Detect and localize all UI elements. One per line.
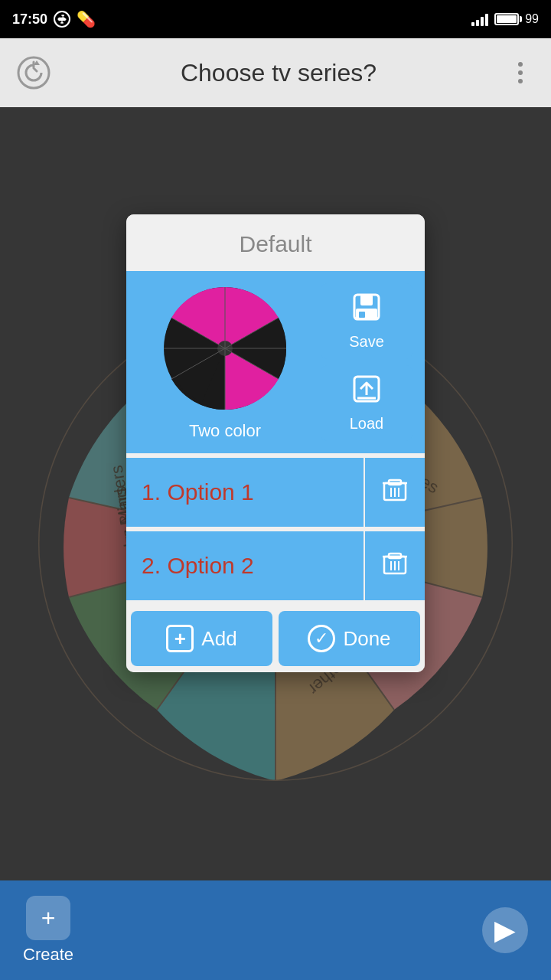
- done-label: Done: [343, 627, 390, 651]
- delete-option-1-button[interactable]: [364, 458, 425, 527]
- add-button[interactable]: + Add: [131, 611, 272, 666]
- trash-icon-1: [381, 475, 409, 509]
- save-button[interactable]: Save: [321, 283, 412, 359]
- page-title: Choose tv series?: [181, 59, 377, 87]
- load-label: Load: [350, 415, 384, 433]
- option-row-2: 2. Option 2: [126, 531, 425, 600]
- modal-bottom-buttons: + Add ✓ Done: [126, 605, 425, 672]
- create-label: Create: [23, 945, 73, 965]
- status-left: 17:50 💊: [12, 10, 96, 28]
- status-right: 99: [471, 12, 539, 26]
- done-icon: ✓: [308, 625, 335, 652]
- svg-rect-32: [359, 312, 365, 318]
- trash-icon-2: [381, 549, 409, 583]
- create-icon: +: [26, 896, 70, 940]
- save-icon: [351, 292, 382, 328]
- load-icon: [351, 374, 382, 410]
- color-picker-left: Two color: [139, 283, 311, 441]
- modal-title: Default: [126, 231, 425, 257]
- add-icon: +: [166, 625, 194, 652]
- load-button[interactable]: Load: [321, 365, 412, 441]
- delete-option-2-button[interactable]: [364, 531, 425, 600]
- top-bar: Choose tv series?: [0, 38, 551, 107]
- svg-rect-30: [360, 295, 373, 305]
- save-label: Save: [349, 333, 384, 351]
- modal-overlay: Default: [0, 107, 551, 880]
- create-button[interactable]: + Create: [23, 896, 73, 965]
- mouth-icon: 💊: [77, 10, 96, 28]
- modal-dialog: Default: [126, 214, 425, 672]
- signal-icon: [471, 12, 488, 26]
- start-button[interactable]: ▶: [482, 907, 528, 953]
- option-2-text: 2. Option 2: [126, 553, 364, 579]
- color-wheel[interactable]: [160, 283, 290, 413]
- usb-icon: [54, 11, 70, 28]
- option-row-1: 1. Option 1: [126, 458, 425, 527]
- color-area: Two color Save: [126, 271, 425, 453]
- more-button[interactable]: [505, 57, 536, 88]
- status-bar: 17:50 💊 99: [0, 0, 551, 38]
- bottom-bar: + Create ▶: [0, 880, 551, 980]
- color-label: Two color: [189, 421, 261, 441]
- battery-icon: [494, 13, 519, 25]
- color-actions: Save Load: [321, 283, 412, 441]
- done-button[interactable]: ✓ Done: [279, 611, 420, 666]
- battery-level: 99: [525, 12, 539, 26]
- modal-header: Default: [126, 214, 425, 271]
- add-label: Add: [201, 627, 236, 651]
- option-1-text: 1. Option 1: [126, 479, 364, 505]
- options-list: 1. Option 1: [126, 453, 425, 605]
- history-button[interactable]: [15, 54, 52, 91]
- time: 17:50: [12, 11, 47, 28]
